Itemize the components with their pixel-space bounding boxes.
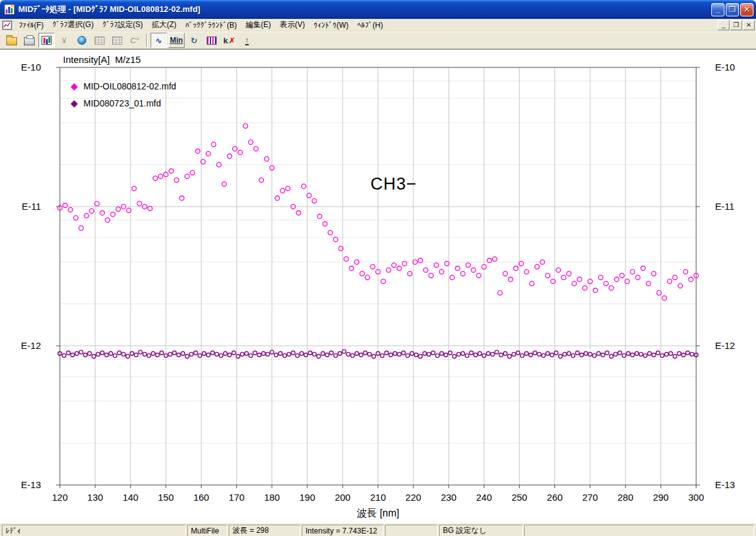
chart-area: 1201301401501601701801902002102202302402…: [0, 49, 756, 523]
chart-title: Intensity[A] M/z15: [63, 54, 140, 65]
status-wavelength: 波長 = 298: [229, 525, 301, 536]
app-window: MIDﾃﾞｰﾀ処理 - [MIDｸﾞﾗﾌ MID-OIL080812-02.mf…: [0, 0, 756, 536]
window-title: MIDﾃﾞｰﾀ処理 - [MIDｸﾞﾗﾌ MID-OIL080812-02.mf…: [18, 4, 711, 15]
close-button[interactable]: ✕: [740, 3, 753, 16]
menu-graph-settings[interactable]: ｸﾞﾗﾌ設定(S): [98, 18, 147, 31]
svg-text:120: 120: [52, 492, 67, 503]
temperature-axis-button: C°: [127, 33, 143, 48]
svg-text:200: 200: [335, 492, 350, 503]
menu-graph-select[interactable]: ｸﾞﾗﾌ選択(G): [48, 18, 98, 31]
menu-bar: ﾌｧｲﾙ(F) ｸﾞﾗﾌ選択(G) ｸﾞﾗﾌ設定(S) 拡大(Z) ﾊﾞｯｸｸﾞ…: [0, 19, 756, 31]
title-bar: MIDﾃﾞｰﾀ処理 - [MIDｸﾞﾗﾌ MID-OIL080812-02.mf…: [0, 0, 756, 19]
chart-annotation: CH3−: [370, 174, 417, 194]
minimize-button[interactable]: _: [711, 3, 724, 16]
legend: ◆ MID-OIL080812-02.mfd ◆ MID080723_01.mf…: [71, 77, 176, 111]
status-multifile: MultiFile: [187, 525, 227, 536]
app-icon: [4, 4, 15, 15]
svg-text:280: 280: [617, 492, 633, 503]
status-bg-setting: BG 設定なし: [439, 525, 523, 536]
print-button[interactable]: [21, 33, 37, 48]
svg-text:260: 260: [547, 492, 563, 503]
svg-text:150: 150: [158, 492, 174, 503]
menu-window[interactable]: ｳｨﾝﾄﾞｳ(W): [309, 20, 353, 31]
svg-text:300: 300: [688, 492, 704, 503]
comb-icon: [207, 37, 217, 45]
yen-scale-button: ¥: [56, 33, 72, 48]
table-view-2-button: [109, 33, 125, 48]
svg-text:230: 230: [441, 492, 457, 503]
svg-text:E-13: E-13: [715, 479, 735, 490]
toolbar: ¥C°∿Min↻k✗↑: [0, 31, 756, 49]
menu-zoom[interactable]: 拡大(Z): [147, 18, 181, 31]
chart-icon: [42, 36, 52, 45]
svg-text:210: 210: [370, 492, 386, 503]
sphere-icon: [77, 36, 86, 45]
toolbar-separator: [146, 34, 147, 47]
document-icon[interactable]: [3, 21, 12, 30]
window-controls: _ ❐ ✕: [711, 3, 753, 16]
legend-label: MID080723_01.mfd: [84, 98, 161, 108]
svg-text:E-11: E-11: [21, 201, 41, 212]
graph-display-button[interactable]: [38, 33, 55, 48]
wave-mode-button[interactable]: ∿: [151, 33, 167, 48]
repeat-button[interactable]: ↻: [186, 33, 202, 48]
comb-display-button[interactable]: [203, 33, 220, 48]
folder-icon: [6, 37, 17, 45]
maximize-button[interactable]: ❐: [726, 3, 739, 16]
mdi-minimize-button[interactable]: _: [718, 20, 730, 30]
min-mode-button[interactable]: Min: [168, 33, 185, 48]
legend-item: ◆ MID-OIL080812-02.mfd: [71, 77, 176, 94]
svg-text:170: 170: [229, 492, 244, 503]
svg-text:E-10: E-10: [715, 62, 735, 72]
svg-text:E-11: E-11: [715, 201, 735, 212]
export-up-button[interactable]: ↑: [239, 33, 255, 48]
open-file-button[interactable]: [3, 33, 20, 48]
legend-marker-diamond-magenta: ◆: [71, 81, 78, 91]
mdi-close-button[interactable]: ✕: [743, 20, 755, 30]
svg-text:E-12: E-12: [715, 340, 735, 351]
svg-text:270: 270: [582, 492, 598, 503]
menu-help[interactable]: ﾍﾙﾌﾟ(H): [353, 20, 387, 31]
legend-marker-diamond-purple: ◆: [71, 98, 78, 108]
mdi-window-controls: _ ❐ ✕: [718, 20, 755, 30]
menu-view[interactable]: 表示(V): [275, 18, 309, 31]
menu-background[interactable]: ﾊﾞｯｸｸﾞﾗｳﾝﾄﾞ(B): [181, 20, 241, 31]
kx-cancel-button[interactable]: k✗: [221, 33, 238, 48]
menu-edit[interactable]: 編集(E): [241, 18, 275, 31]
svg-text:180: 180: [264, 492, 280, 503]
printer-icon: [24, 37, 35, 45]
svg-text:E-10: E-10: [21, 62, 41, 72]
svg-text:E-12: E-12: [21, 340, 41, 351]
svg-text:130: 130: [88, 492, 103, 503]
x-axis-label: 波長 [nm]: [0, 507, 756, 520]
svg-text:E-13: E-13: [21, 479, 41, 490]
mdi-restore-button[interactable]: ❐: [730, 20, 742, 30]
table-view-1-button: [91, 33, 108, 48]
svg-text:220: 220: [406, 492, 421, 503]
svg-text:240: 240: [476, 492, 492, 503]
chart-plot[interactable]: 1201301401501601701801902002102202302402…: [0, 50, 756, 523]
status-filler-panel: [524, 525, 754, 536]
svg-text:160: 160: [193, 492, 209, 503]
svg-text:140: 140: [123, 492, 139, 503]
svg-text:290: 290: [653, 492, 668, 503]
status-bar: ﾚﾃﾞｨ MultiFile 波長 = 298 Intensity = 7.74…: [0, 523, 756, 536]
svg-text:190: 190: [299, 492, 315, 503]
status-empty-panel: [385, 525, 438, 536]
legend-label: MID-OIL080812-02.mfd: [84, 81, 176, 91]
table-icon: [112, 37, 122, 45]
table-icon: [94, 37, 105, 45]
menu-file[interactable]: ﾌｧｲﾙ(F): [14, 20, 48, 31]
status-ready: ﾚﾃﾞｨ: [2, 525, 186, 536]
sphere-view-button[interactable]: [74, 33, 90, 48]
legend-item: ◆ MID080723_01.mfd: [71, 94, 176, 111]
svg-text:250: 250: [512, 492, 527, 503]
status-intensity: Intensity = 7.743E-12: [302, 525, 384, 536]
